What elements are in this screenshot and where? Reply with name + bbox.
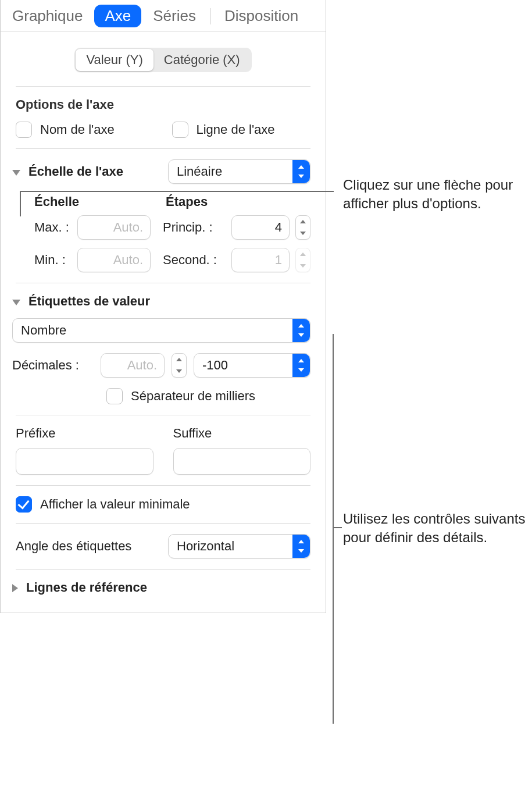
negative-format-select[interactable]: -100 xyxy=(194,353,310,378)
decimals-stepper[interactable] xyxy=(172,353,187,378)
axis-scale-label: Échelle de l'axe xyxy=(28,164,123,179)
axis-scale-type-select[interactable]: Linéaire xyxy=(168,159,310,184)
steps-header: Étapes xyxy=(166,194,282,209)
scale-min-placeholder: Auto. xyxy=(113,252,143,268)
scale-max-label: Max. : xyxy=(34,220,72,235)
scale-min-input[interactable]: Auto. xyxy=(77,248,151,272)
tab-graphique[interactable]: Graphique xyxy=(1,3,94,29)
scale-max-input[interactable]: Auto. xyxy=(77,215,151,240)
checkbox-axis-name[interactable] xyxy=(16,122,32,138)
suffix-label: Suffixe xyxy=(173,426,311,441)
segment-value-y[interactable]: Valeur (Y) xyxy=(76,49,153,71)
step-primary-input[interactable]: 4 xyxy=(231,215,290,240)
axis-scale-type-value: Linéaire xyxy=(177,164,222,179)
tab-divider xyxy=(210,8,210,24)
negative-format-value: -100 xyxy=(202,358,228,373)
scale-header: Échelle xyxy=(34,194,166,209)
segment-category-x[interactable]: Catégorie (X) xyxy=(153,49,251,71)
decimals-input[interactable]: Auto. xyxy=(101,353,165,378)
scale-max-placeholder: Auto. xyxy=(113,220,143,235)
tab-series[interactable]: Séries xyxy=(141,3,208,29)
step-secondary-label: Second. : xyxy=(163,252,226,268)
chevron-down-icon[interactable] xyxy=(12,170,20,176)
value-labels-title: Étiquettes de valeur xyxy=(28,294,150,309)
tab-axe[interactable]: Axe xyxy=(94,5,141,27)
checkbox-axis-line[interactable] xyxy=(172,122,188,138)
scale-min-label: Min. : xyxy=(34,252,72,268)
reference-lines-label: Lignes de référence xyxy=(26,580,147,595)
updown-arrow-icon xyxy=(292,160,310,183)
chevron-right-icon[interactable] xyxy=(12,584,18,592)
callout-arrow-options: Cliquez sur une flèche pour afficher plu… xyxy=(343,176,523,214)
label-angle: Angle des étiquettes xyxy=(16,539,131,554)
callout-controls-details: Utilisez les contrôles suivants pour déf… xyxy=(343,510,529,547)
updown-arrow-icon xyxy=(292,354,310,377)
decimals-label: Décimales : xyxy=(12,358,94,373)
label-thousands-separator: Séparateur de milliers xyxy=(131,389,255,404)
value-format-select[interactable]: Nombre xyxy=(12,318,310,343)
step-secondary-stepper[interactable] xyxy=(295,248,310,272)
checkbox-show-min-value[interactable] xyxy=(16,496,32,513)
updown-arrow-icon xyxy=(292,535,310,558)
step-primary-value: 4 xyxy=(275,220,282,235)
label-angle-select[interactable]: Horizontal xyxy=(168,534,310,558)
decimals-placeholder: Auto. xyxy=(127,358,157,373)
updown-arrow-icon xyxy=(292,319,310,342)
label-show-min-value: Afficher la valeur minimale xyxy=(40,497,190,512)
axis-options-title: Options de l'axe xyxy=(16,97,310,112)
step-secondary-value: 1 xyxy=(275,252,282,268)
prefix-input[interactable] xyxy=(16,448,153,475)
step-secondary-input[interactable]: 1 xyxy=(231,248,290,272)
suffix-input[interactable] xyxy=(173,448,311,475)
value-format-value: Nombre xyxy=(21,323,66,338)
label-angle-value: Horizontal xyxy=(177,539,234,554)
chevron-down-icon[interactable] xyxy=(12,300,20,305)
prefix-label: Préfixe xyxy=(16,426,153,441)
axis-segmented: Valeur (Y) Catégorie (X) xyxy=(74,48,251,72)
label-axis-line: Ligne de l'axe xyxy=(197,122,275,137)
step-primary-stepper[interactable] xyxy=(295,215,310,240)
tab-disposition[interactable]: Disposition xyxy=(213,3,310,29)
label-axis-name: Nom de l'axe xyxy=(40,122,115,137)
checkbox-thousands-separator[interactable] xyxy=(106,388,123,404)
step-primary-label: Princip. : xyxy=(163,220,226,235)
